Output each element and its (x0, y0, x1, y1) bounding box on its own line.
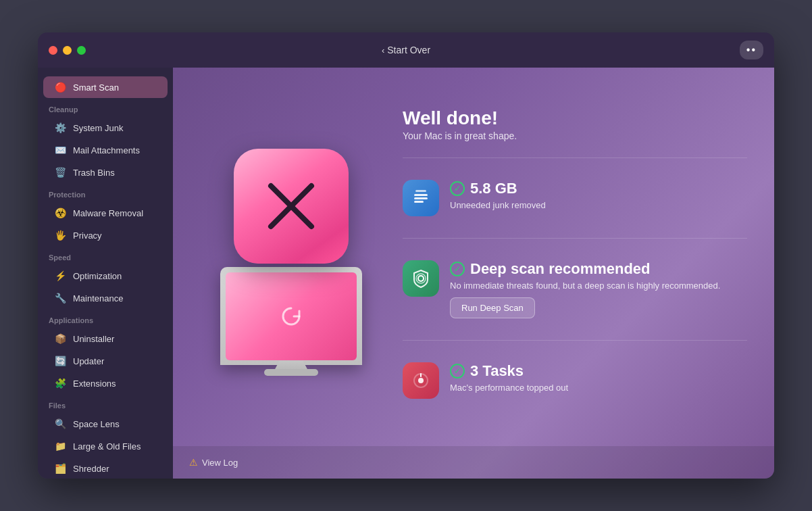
chevron-left-icon: ‹ (382, 45, 384, 55)
files-section-label: Files (38, 395, 173, 412)
tasks-icon-wrap (403, 362, 439, 399)
close-button[interactable] (49, 46, 57, 55)
titlebar-right: •• (740, 41, 763, 59)
privacy-icon: 🖐️ (54, 229, 66, 241)
sidebar-item-privacy[interactable]: 🖐️ Privacy (43, 224, 168, 246)
warning-icon: ⚠ (189, 457, 198, 468)
maintenance-label: Maintenance (73, 293, 123, 303)
space-lens-label: Space Lens (73, 419, 120, 429)
shield-fingerprint-icon (410, 268, 432, 289)
trash-bins-label: Trash Bins (73, 168, 115, 178)
result-text-deepscan: ✓ Deep scan recommended No immediate thr… (450, 260, 720, 318)
uninstaller-icon: 📦 (54, 333, 66, 345)
junk-description: Unneeded junk removed (450, 200, 546, 210)
titlebar-center: ‹ Start Over (382, 45, 430, 55)
tasks-value: 3 Tasks (470, 362, 524, 380)
tasks-description: Mac's performance topped out (450, 383, 568, 393)
junk-icon-wrap (403, 180, 439, 216)
protection-section-label: Protection (38, 184, 173, 201)
divider-2 (403, 238, 747, 239)
trash-icon: 🗑️ (54, 166, 66, 178)
cleanup-section-label: Cleanup (38, 99, 173, 116)
titlebar: ‹ Start Over •• (38, 32, 774, 68)
sidebar-item-system-junk[interactable]: ⚙️ System Junk (43, 117, 168, 139)
sidebar-item-smart-scan[interactable]: 🔴 Smart Scan (43, 76, 168, 98)
run-deep-scan-button[interactable]: Run Deep Scan (450, 297, 535, 318)
footer-bar: ⚠ View Log (173, 446, 774, 479)
imac-base (264, 369, 318, 376)
sidebar-item-shredder[interactable]: 🗂️ Shredder (43, 458, 168, 479)
sidebar-item-updater[interactable]: 🔄 Updater (43, 350, 168, 372)
svg-rect-3 (414, 197, 428, 199)
sidebar-item-extensions[interactable]: 🧩 Extensions (43, 372, 168, 394)
system-junk-icon: ⚙️ (54, 122, 66, 134)
main-body: Well done! Your Mac is in great shape. (173, 68, 774, 446)
sidebar-item-large-old-files[interactable]: 📁 Large & Old Files (43, 435, 168, 457)
result-line1-junk: ✓ 5.8 GB (450, 180, 546, 197)
sidebar-item-optimization[interactable]: ⚡ Optimization (43, 265, 168, 287)
scissors-graphic (257, 172, 325, 240)
back-label: Start Over (387, 45, 430, 55)
divider-1 (403, 157, 747, 158)
result-card-junk: ✓ 5.8 GB Unneeded junk removed (403, 172, 747, 224)
shredder-label: Shredder (73, 464, 109, 474)
optimization-icon: ⚡ (54, 270, 66, 282)
result-line1-tasks: ✓ 3 Tasks (450, 362, 568, 380)
maintenance-icon: 🔧 (54, 292, 66, 304)
extensions-icon: 🧩 (54, 377, 66, 389)
check-icon-deepscan: ✓ (450, 262, 465, 276)
large-old-files-label: Large & Old Files (73, 441, 141, 452)
window-body: 🔴 Smart Scan Cleanup ⚙️ System Junk ✉️ M… (38, 68, 774, 479)
main-window: ‹ Start Over •• 🔴 Smart Scan Cleanup ⚙️ … (38, 32, 774, 479)
check-icon-tasks: ✓ (450, 364, 465, 379)
back-button[interactable]: ‹ Start Over (382, 45, 430, 55)
speed-section-label: Speed (38, 247, 173, 264)
sidebar-item-space-lens[interactable]: 🔍 Space Lens (43, 413, 168, 435)
uninstaller-label: Uninstaller (73, 334, 114, 344)
tasks-icon (410, 370, 432, 391)
result-text-tasks: ✓ 3 Tasks Mac's performance topped out (450, 362, 568, 393)
large-files-icon: 📁 (54, 440, 66, 452)
updater-label: Updater (73, 356, 104, 366)
check-icon-junk: ✓ (450, 181, 465, 196)
sidebar-item-mail-attachments[interactable]: ✉️ Mail Attachments (43, 139, 168, 161)
results-title: Well done! (403, 107, 747, 129)
mail-icon: ✉️ (54, 144, 66, 156)
main-content: Well done! Your Mac is in great shape. (173, 68, 774, 479)
divider-3 (403, 340, 747, 341)
result-card-tasks: ✓ 3 Tasks Mac's performance topped out (403, 354, 747, 407)
svg-rect-5 (415, 190, 426, 192)
minimize-button[interactable] (63, 46, 72, 55)
svg-rect-4 (414, 201, 424, 203)
sidebar-item-malware-removal[interactable]: ☣️ Malware Removal (43, 202, 168, 224)
malware-removal-label: Malware Removal (73, 208, 143, 218)
sidebar-item-trash-bins[interactable]: 🗑️ Trash Bins (43, 162, 168, 183)
sidebar-item-maintenance[interactable]: 🔧 Maintenance (43, 287, 168, 309)
shredder-icon: 🗂️ (54, 462, 66, 474)
deepscan-icon-wrap (403, 260, 439, 297)
result-card-deepscan: ✓ Deep scan recommended No immediate thr… (403, 252, 747, 326)
maximize-button[interactable] (77, 46, 86, 55)
applications-section-label: Applications (38, 310, 173, 327)
deepscan-description: No immediate threats found, but a deep s… (450, 281, 720, 291)
result-text-junk: ✓ 5.8 GB Unneeded junk removed (450, 180, 546, 210)
svg-point-9 (418, 378, 424, 383)
results-header: Well done! Your Mac is in great shape. (403, 107, 747, 141)
smart-scan-label: Smart Scan (73, 82, 119, 93)
result-line1-deepscan: ✓ Deep scan recommended (450, 260, 720, 278)
optimization-label: Optimization (73, 271, 122, 281)
mac-illustration (200, 149, 389, 365)
view-log-label: View Log (202, 458, 238, 468)
dots-button[interactable]: •• (740, 41, 763, 59)
results-subtitle: Your Mac is in great shape. (403, 130, 747, 141)
system-junk-label: System Junk (73, 123, 123, 133)
updater-icon: 🔄 (54, 355, 66, 367)
mail-attachments-label: Mail Attachments (73, 145, 140, 155)
deepscan-title: Deep scan recommended (470, 260, 651, 278)
malware-icon: ☣️ (54, 207, 66, 219)
view-log-button[interactable]: ⚠ View Log (189, 457, 238, 468)
sidebar-item-uninstaller[interactable]: 📦 Uninstaller (43, 328, 168, 349)
traffic-lights (49, 46, 86, 55)
refresh-icon (278, 303, 305, 330)
sidebar: 🔴 Smart Scan Cleanup ⚙️ System Junk ✉️ M… (38, 68, 173, 479)
